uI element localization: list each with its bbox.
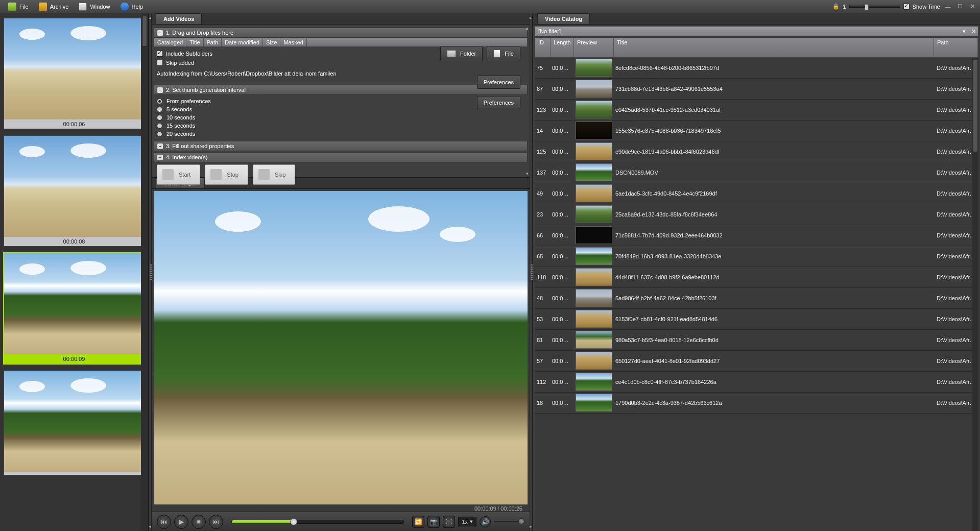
- skip-button[interactable]: Skip: [253, 164, 295, 185]
- cell-id: 118: [535, 274, 550, 280]
- catalog-scrollbar[interactable]: [972, 58, 978, 531]
- col-id[interactable]: ID: [535, 38, 551, 57]
- video-canvas[interactable]: [154, 191, 528, 504]
- table-row[interactable]: 65 00:00:20 70f4849d-16b3-4093-81ea-3320…: [535, 246, 978, 267]
- section-shared-props[interactable]: + 3. Fill out shared properties: [154, 141, 528, 151]
- thumb-card[interactable]: 00:00:08: [3, 135, 145, 247]
- table-row[interactable]: 81 00:00:22 980a53c7-b5f3-4ea0-8018-12e6…: [535, 330, 978, 351]
- drop-col[interactable]: Title: [186, 38, 203, 46]
- cell-preview: [573, 352, 613, 371]
- filter-clear-icon[interactable]: ✕: [969, 28, 978, 35]
- collapse-icon[interactable]: −: [157, 155, 163, 160]
- tab-add-videos[interactable]: Add Videos: [156, 13, 202, 24]
- table-row[interactable]: 23 00:00:19 25ca8a9d-e132-43dc-85fa-f8c6…: [535, 204, 978, 225]
- catalog-filter[interactable]: [No filter] ▾ ✕: [535, 26, 978, 36]
- collapse-icon[interactable]: −: [157, 87, 163, 93]
- folder-button[interactable]: Folder: [440, 46, 483, 61]
- col-path[interactable]: Path: [934, 38, 978, 57]
- snapshot-button[interactable]: 📷: [427, 516, 440, 528]
- table-row[interactable]: 123 00:00:15 e0425ad8-537b-41cc-9512-a3e…: [535, 100, 978, 120]
- cell-title: ce4c1d0b-c8c0-4fff-87c3-b737b164226a: [613, 379, 935, 385]
- section-index[interactable]: − 4. Index video(s): [154, 152, 528, 162]
- drop-col[interactable]: Masked: [280, 38, 307, 46]
- table-row[interactable]: 53 00:00:22 6153f0e7-cb81-4cf0-921f-ead8…: [535, 309, 978, 330]
- cell-title: e90de9ce-1819-4a06-bbb1-84f6023d46df: [613, 149, 935, 155]
- preferences-button-1[interactable]: Preferences: [477, 76, 520, 89]
- cell-id: 75: [535, 65, 550, 71]
- stop-button[interactable]: Stop: [205, 164, 248, 185]
- table-row[interactable]: 16 00:00:25 1790d0b3-2e2c-4c3a-9357-d42b…: [535, 393, 978, 414]
- col-length[interactable]: Length: [551, 38, 574, 57]
- expand-icon[interactable]: +: [157, 143, 163, 149]
- interval-radio[interactable]: 20 seconds: [157, 130, 524, 138]
- thumb-card[interactable]: 00:00:06: [3, 17, 145, 130]
- collapse-icon[interactable]: −: [157, 30, 163, 36]
- thumb-card[interactable]: 00:00:09: [3, 252, 145, 365]
- table-row[interactable]: 137 00:00:17 DSCN0089.MOV D:\Videos\Afri…: [535, 162, 978, 183]
- drop-col[interactable]: Date modified: [222, 38, 263, 46]
- table-row[interactable]: 57 00:00:22 650127d0-aeaf-4041-8e01-92fa…: [535, 351, 978, 372]
- cell-id: 57: [535, 358, 550, 364]
- filter-dropdown-icon[interactable]: ▾: [960, 28, 969, 35]
- fullscreen-button[interactable]: ⛶: [443, 516, 455, 528]
- table-row[interactable]: 48 00:00:22 5ad9864f-b2bf-4a62-84ce-42bb…: [535, 288, 978, 309]
- interval-radio[interactable]: From preferences: [157, 97, 524, 105]
- cell-id: 123: [535, 107, 550, 113]
- show-time-checkbox[interactable]: Show Time: [903, 2, 940, 11]
- menu-file[interactable]: File: [3, 1, 34, 12]
- prev-frame-button[interactable]: ⏮: [157, 515, 171, 529]
- stop-button[interactable]: ■: [192, 515, 206, 529]
- table-row[interactable]: 118 00:00:21 d4d48f11-637c-4d08-b9f2-6a9…: [535, 267, 978, 288]
- menu-archive[interactable]: Archive: [34, 1, 74, 12]
- file-icon: [8, 3, 16, 11]
- table-row[interactable]: 49 00:00:18 5ae1dac5-3cfc-49d0-8452-4e4c…: [535, 183, 978, 204]
- thumb-size-slider[interactable]: [849, 6, 900, 8]
- interval-radio[interactable]: 10 seconds: [157, 113, 524, 122]
- table-row[interactable]: 112 00:00:24 ce4c1d0b-c8c0-4fff-87c3-b73…: [535, 372, 978, 393]
- table-row[interactable]: 75 00:00:15 8efcd8ce-0856-4b48-b200-b865…: [535, 58, 978, 79]
- cell-title: d4d48f11-637c-4d08-b9f2-6a9ebe80112d: [613, 274, 935, 280]
- catalog-header: ID Length Preview Title Path: [535, 38, 978, 58]
- section-drag-drop[interactable]: − 1. Drag and Drop files here: [154, 28, 528, 38]
- drop-col[interactable]: Cataloged: [154, 38, 186, 46]
- col-preview[interactable]: Preview: [574, 38, 614, 57]
- thumb-scrollbar[interactable]: [141, 13, 148, 531]
- splitter-right[interactable]: ▸▸: [530, 13, 533, 531]
- drop-col[interactable]: Path: [204, 38, 222, 46]
- file-button[interactable]: File: [487, 46, 520, 61]
- volume-button[interactable]: 🔊: [480, 516, 491, 527]
- speed-selector[interactable]: 1x▾: [458, 517, 476, 526]
- col-title[interactable]: Title: [614, 38, 934, 57]
- catalog-pane: Video Catalog [No filter] ▾ ✕ ID Length …: [533, 13, 980, 531]
- window-maximize[interactable]: ☐: [955, 3, 965, 10]
- volume-slider[interactable]: [494, 521, 524, 522]
- tab-video-catalog[interactable]: Video Catalog: [537, 13, 590, 24]
- thumb-card[interactable]: [3, 370, 145, 476]
- loop-button[interactable]: 🔁: [412, 516, 424, 528]
- table-row[interactable]: 67 00:00:15 731cb88d-7e13-43b6-a842-4906…: [535, 79, 978, 100]
- window-minimize[interactable]: —: [943, 3, 952, 10]
- preferences-button-2[interactable]: Preferences: [477, 96, 520, 109]
- cell-length: 00:00:22: [550, 337, 573, 343]
- next-frame-button[interactable]: ⏭: [209, 515, 223, 529]
- menu-window[interactable]: Window: [74, 1, 115, 12]
- cell-title: 155e3576-c875-4088-b036-718349716ef5: [613, 128, 935, 134]
- menu-help[interactable]: Help: [115, 1, 149, 12]
- table-row[interactable]: 125 00:00:17 e90de9ce-1819-4a06-bbb1-84f…: [535, 141, 978, 162]
- start-button[interactable]: Start: [157, 164, 200, 185]
- cell-preview: [573, 331, 613, 350]
- cell-title: 1790d0b3-2e2c-4c3a-9357-d42b566c612a: [613, 400, 935, 406]
- cell-length: 00:00:15: [550, 65, 573, 71]
- seek-bar[interactable]: [231, 520, 404, 524]
- table-row[interactable]: 14 00:00:16 155e3576-c875-4088-b036-7183…: [535, 120, 978, 141]
- interval-radio[interactable]: 5 seconds: [157, 105, 524, 113]
- section-thumb-interval[interactable]: − 2. Set thumb generation interval: [154, 85, 528, 95]
- cell-length: 00:00:24: [550, 379, 573, 385]
- drop-col[interactable]: Size: [263, 38, 280, 46]
- cell-preview: [573, 373, 613, 392]
- window-close[interactable]: ✕: [968, 3, 977, 10]
- play-button[interactable]: ▶: [174, 515, 188, 529]
- table-row[interactable]: 66 00:00:20 71c56814-7b7d-409d-932d-2eee…: [535, 225, 978, 246]
- thumb-time: 00:00:09: [4, 354, 144, 364]
- interval-radio[interactable]: 15 seconds: [157, 122, 524, 130]
